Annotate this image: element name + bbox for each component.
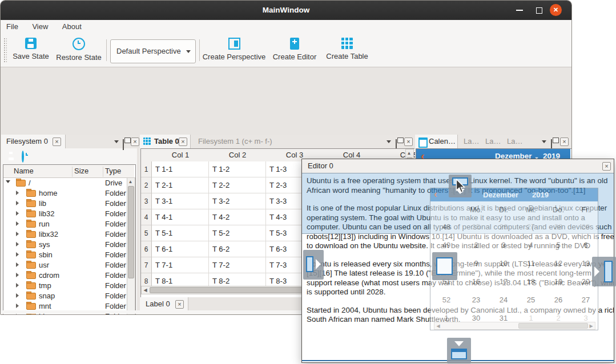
col-header-type[interactable]: Type: [105, 167, 121, 175]
dock-indicator-center[interactable]: [432, 252, 457, 280]
maximize-icon[interactable]: [536, 7, 542, 14]
tree-row[interactable]: libx32Folder: [3, 229, 127, 239]
save-state-button[interactable]: Save State: [9, 38, 53, 60]
tree-expand-icon[interactable]: [16, 273, 19, 277]
tree-expand-icon[interactable]: [16, 293, 19, 298]
table-cell[interactable]: T 6-2: [209, 241, 266, 257]
tree-expand-icon[interactable]: [16, 221, 19, 226]
toolbar-drag-handle[interactable]: [3, 38, 7, 63]
tree-row[interactable]: sbinFolder: [3, 249, 127, 260]
tree-expand-icon[interactable]: [16, 232, 19, 236]
tree-row[interactable]: /Drive: [3, 177, 127, 188]
tree-row[interactable]: runFolder: [3, 219, 127, 229]
tab-label-dock-1[interactable]: La…: [458, 135, 480, 148]
col-header-size[interactable]: Size: [74, 167, 88, 175]
create-table-button[interactable]: Create Table: [321, 38, 373, 60]
row-header[interactable]: 8: [141, 273, 152, 286]
dock-close-icon[interactable]: ×: [560, 137, 569, 146]
tab-close-icon[interactable]: ×: [175, 300, 184, 309]
perspective-dropdown[interactable]: Default Perspective: [110, 39, 196, 63]
tab-label-dock-2[interactable]: La…: [480, 135, 502, 148]
filesystem-tree[interactable]: Name Size Type /DrivehomeFolderlibFolder…: [3, 164, 136, 315]
tree-row[interactable]: homeFolder: [3, 188, 127, 198]
title-bar[interactable]: MainWindow ✕: [1, 1, 571, 20]
tree-expand-icon[interactable]: [16, 191, 19, 195]
tab-label-dock-3[interactable]: La…: [502, 135, 524, 148]
tree-row[interactable]: usrFolder: [3, 260, 127, 270]
tree-row[interactable]: libFolder: [3, 198, 127, 208]
dock-menu-icon[interactable]: [542, 140, 546, 143]
row-header[interactable]: 6: [141, 241, 152, 257]
editor-title-bar[interactable]: Editor 0 ×: [302, 159, 614, 173]
table-cell[interactable]: T 7-1: [152, 257, 209, 273]
table-cell[interactable]: T 3-2: [209, 193, 266, 209]
tab-label-0[interactable]: Label 0 ×: [140, 297, 188, 311]
vertical-scrollbar[interactable]: ▲ ▼: [127, 177, 135, 315]
tree-row[interactable]: sysFolder: [3, 239, 127, 249]
tab-table-0[interactable]: Table 0 ×: [140, 135, 191, 148]
tab-filesystem-1[interactable]: Filesystem 1 (c+ m- f-): [191, 135, 277, 148]
row-header[interactable]: 7: [141, 257, 152, 273]
tree-expand-icon[interactable]: [16, 211, 19, 216]
tree-expand-icon[interactable]: [6, 180, 10, 183]
table-cell[interactable]: T 8-1: [152, 273, 209, 286]
tree-row[interactable]: lib32Folder: [3, 208, 127, 219]
tree-header[interactable]: Name Size Type: [3, 165, 134, 178]
table-cell[interactable]: T 2-2: [209, 177, 266, 193]
menu-view[interactable]: View: [26, 20, 54, 34]
table-cell[interactable]: T 5-1: [152, 225, 209, 241]
tree-row[interactable]: snapFolder: [3, 290, 127, 301]
undock-icon[interactable]: [123, 139, 124, 150]
tab-calendar[interactable]: Calen…: [415, 135, 458, 148]
table-cell[interactable]: T 4-2: [209, 209, 266, 225]
restore-layout-icon[interactable]: [22, 151, 24, 163]
table-cell[interactable]: T 6-1: [152, 241, 209, 257]
table-cell[interactable]: T 1-1: [152, 161, 209, 177]
tree-expand-icon[interactable]: [16, 242, 19, 246]
restore-state-button[interactable]: Restore State: [54, 38, 103, 62]
tab-close-icon[interactable]: ×: [179, 137, 187, 146]
dock-indicator-bottom[interactable]: [447, 338, 471, 363]
tree-row[interactable]: mntFolder: [3, 301, 127, 311]
scrollbar-thumb[interactable]: [128, 186, 134, 278]
table-cell[interactable]: T 1-2: [209, 161, 266, 177]
row-header[interactable]: 1: [141, 161, 152, 177]
table-cell[interactable]: T 7-2: [209, 257, 266, 273]
table-cell[interactable]: T 4-1: [152, 209, 209, 225]
create-editor-button[interactable]: Create Editor: [270, 38, 319, 61]
table-cell[interactable]: T 8-2: [209, 273, 266, 286]
dock-menu-icon[interactable]: [386, 140, 391, 143]
row-header[interactable]: 3: [141, 193, 152, 209]
dock-indicator-left[interactable]: [303, 250, 324, 280]
tree-expand-icon[interactable]: [16, 304, 19, 308]
minimize-icon[interactable]: [516, 10, 523, 11]
tree-expand-icon[interactable]: [16, 252, 19, 257]
scrollbar-thumb[interactable]: [150, 287, 322, 293]
table-cell[interactable]: T 5-2: [209, 225, 266, 241]
close-icon[interactable]: ✕: [550, 4, 562, 16]
menu-file[interactable]: File: [1, 20, 24, 34]
column-header[interactable]: Col 1: [152, 149, 210, 162]
dock-close-icon[interactable]: ×: [404, 137, 413, 146]
tree-row[interactable]: tmpFolder: [3, 280, 127, 290]
column-header[interactable]: Col 2: [209, 149, 267, 162]
tree-expand-icon[interactable]: [16, 283, 19, 288]
editor-close-icon[interactable]: ×: [602, 162, 611, 171]
tree-expand-icon[interactable]: [16, 262, 19, 267]
tab-filesystem-0[interactable]: Filesystem 0 ×: [1, 135, 66, 148]
menu-about[interactable]: About: [57, 20, 87, 34]
table-cell[interactable]: T 3-1: [152, 193, 209, 209]
table-cell[interactable]: T 2-1: [152, 177, 209, 193]
dock-close-icon[interactable]: ×: [131, 137, 139, 146]
row-header[interactable]: 5: [141, 225, 152, 241]
tree-row[interactable]: cdromFolder: [3, 270, 127, 280]
dock-indicator-right[interactable]: [592, 257, 616, 286]
row-header[interactable]: 4: [141, 209, 152, 225]
tab-close-icon[interactable]: ×: [53, 137, 61, 146]
create-perspective-button[interactable]: Create Perspective: [202, 38, 267, 61]
col-header-name[interactable]: Name: [14, 167, 34, 175]
tree-expand-icon[interactable]: [16, 201, 19, 205]
row-header[interactable]: 2: [141, 177, 152, 193]
tree-expand-icon[interactable]: [16, 314, 19, 315]
dock-menu-icon[interactable]: [114, 140, 119, 143]
